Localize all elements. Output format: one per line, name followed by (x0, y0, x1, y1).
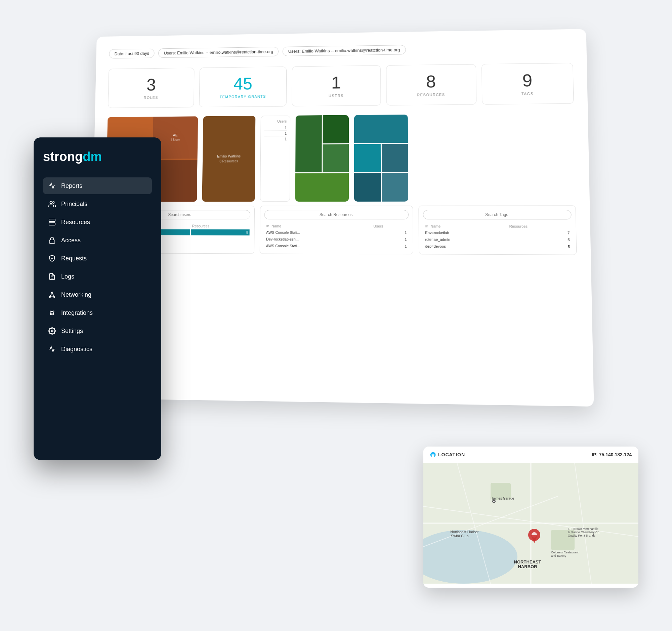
user-filter-2[interactable]: Users: Emilio Watkins -- emilio.watkins@… (283, 45, 406, 56)
tag-3-val: 5 (508, 244, 571, 250)
globe-icon: 🌐 (430, 452, 436, 457)
file-icon (48, 273, 56, 280)
sidebar-item-logs[interactable]: Logs (43, 268, 152, 285)
svg-point-22 (50, 314, 52, 315)
tags-table-row-3: dep=devoos 5 (424, 243, 571, 250)
stat-temp-grants-label: TEMPORARY GRANTS (207, 94, 278, 99)
search-panels-row: Name Resources Emilio Watkin... 8 (105, 205, 577, 255)
sidebar-item-reports[interactable]: Reports (43, 177, 152, 194)
user-filter-1[interactable]: Users: Emilio Watkins -- emilio.watkins@… (158, 47, 279, 58)
sidebar-item-networking[interactable]: Networking (43, 286, 152, 303)
stat-temp-grants-number: 45 (207, 75, 279, 93)
svg-text:& Marine Chandlery Co.: & Marine Chandlery Co. (568, 531, 600, 534)
sidebar-item-settings-label: Settings (61, 327, 83, 335)
sidebar-item-access-label: Access (61, 237, 81, 244)
resources-table-row-2: Dev-rocketlab-ssh... 1 (265, 236, 408, 243)
treemap-tags (354, 115, 408, 201)
treemap-users: Emilio Watkins 8 Resources (202, 116, 255, 202)
svg-text:NORTHEAST: NORTHEAST (514, 559, 541, 564)
resources-table-row-1: AWS Console Stati... 1 (265, 229, 408, 236)
sidebar-item-requests-label: Requests (61, 255, 87, 262)
search-resources-input[interactable] (264, 210, 409, 219)
svg-rect-7 (49, 219, 55, 221)
treemap-tag-cell-3 (381, 144, 408, 172)
treemap-tag-cell-5 (382, 173, 408, 201)
svg-text:Quality Point Brands: Quality Point Brands (568, 534, 596, 537)
svg-text:Swim Club: Swim Club (451, 534, 469, 538)
svg-text:Colonels Restaurant: Colonels Restaurant (551, 551, 579, 554)
logo-text: strongdm (43, 149, 102, 164)
sidebar-item-diagnostics[interactable]: Diagnostics (43, 341, 152, 358)
tag-2-name: role=ae_admin (424, 237, 507, 243)
logo-strong: strong (43, 149, 83, 164)
settings-icon (48, 327, 56, 335)
sidebar-item-resources[interactable]: Resources (43, 214, 152, 230)
treemap-res-cell-2 (322, 115, 349, 143)
users-col-resources: Resources (191, 223, 250, 229)
diagnostics-icon (48, 345, 56, 353)
svg-line-17 (50, 293, 52, 296)
date-filter[interactable]: Date: Last 90 days (109, 49, 154, 59)
svg-point-21 (53, 311, 54, 313)
resource-1-val: 1 (372, 229, 408, 236)
users-row-1: 1 (264, 125, 287, 131)
users-header: Users (264, 119, 287, 123)
stat-roles: 3 ROLES (108, 68, 195, 108)
svg-point-53 (493, 501, 495, 502)
users-icon (48, 200, 56, 208)
network-icon (48, 291, 56, 298)
stat-resources-label: RESOURCES (394, 92, 468, 97)
treemap-tag-cell-2 (354, 144, 381, 172)
tags-col-name: Name (424, 223, 507, 229)
tag-1-name: Env=rocketlab (424, 229, 507, 236)
sidebar-item-requests[interactable]: Requests (43, 250, 152, 267)
sidebar-item-integrations[interactable]: Integrations (43, 305, 152, 321)
location-title: 🌐 LOCATION (430, 452, 465, 457)
resource-3-name: AWS Console Stati... (265, 243, 371, 249)
sidebar-item-principals[interactable]: Principals (43, 196, 152, 212)
users-row-2: 1 (264, 131, 287, 137)
stat-roles-number: 3 (116, 76, 187, 93)
sidebar-item-settings[interactable]: Settings (43, 322, 152, 339)
treemap-role-2-sub: 1 User (170, 138, 180, 143)
tags-col-resources: Resources (508, 223, 571, 229)
users-row-1-val: 8 (191, 229, 249, 236)
search-tags-input[interactable] (423, 210, 572, 220)
treemap-role-2-name: AE (173, 133, 177, 138)
stat-roles-label: ROLES (116, 95, 186, 100)
dashboard-card: Date: Last 90 days Users: Emilio Watkins… (89, 29, 594, 407)
sidebar-item-networking-label: Networking (61, 291, 91, 298)
resources-search-panel: Name Users AWS Console Stati... 1 Dev-ro… (260, 205, 413, 254)
sidebar-item-access[interactable]: Access (43, 232, 152, 249)
sidebar-item-integrations-label: Integrations (61, 310, 93, 316)
treemap-row: Rocket Lab 1 User AE 1 User Emilio Watki… (106, 113, 576, 202)
treemap-spacer: Users 1 1 1 (260, 116, 290, 201)
stat-tags-number: 9 (490, 71, 565, 89)
sidebar-item-principals-label: Principals (61, 201, 87, 208)
tags-search-panel: Name Resources Env=rocketlab 7 role=ae_a… (418, 205, 577, 255)
logo: strongdm (43, 149, 152, 164)
resource-3-val: 1 (372, 243, 408, 249)
location-title-text: LOCATION (438, 452, 465, 457)
treemap-user-sub: 8 Resources (219, 159, 238, 164)
sidebar: strongdm Reports Principals (33, 138, 161, 460)
map-area: Northeast Harbor Swim Club Haynes Garage… (423, 463, 639, 584)
svg-point-23 (53, 314, 54, 315)
stats-row: 3 ROLES 45 TEMPORARY GRANTS 1 USERS 8 RE… (108, 63, 574, 108)
resources-search-table: Name Users AWS Console Stati... 1 Dev-ro… (264, 223, 409, 250)
svg-point-14 (51, 292, 53, 293)
location-card: 🌐 LOCATION IP: 75.140.182.124 (423, 446, 639, 588)
svg-point-6 (50, 201, 52, 203)
stat-users-label: USERS (300, 93, 372, 98)
treemap-resources (295, 115, 349, 201)
svg-text:and Bakery: and Bakery (551, 554, 567, 557)
stat-users: 1 USERS (292, 65, 381, 106)
svg-point-28 (51, 330, 53, 332)
lock-icon (48, 237, 56, 244)
integrations-icon (48, 309, 56, 316)
tag-1-val: 7 (508, 230, 571, 236)
sidebar-item-reports-label: Reports (61, 183, 82, 190)
treemap-user-name: Emilio Watkins (217, 154, 241, 159)
sidebar-item-diagnostics-label: Diagnostics (61, 346, 92, 353)
resource-1-name: AWS Console Stati... (265, 229, 371, 236)
